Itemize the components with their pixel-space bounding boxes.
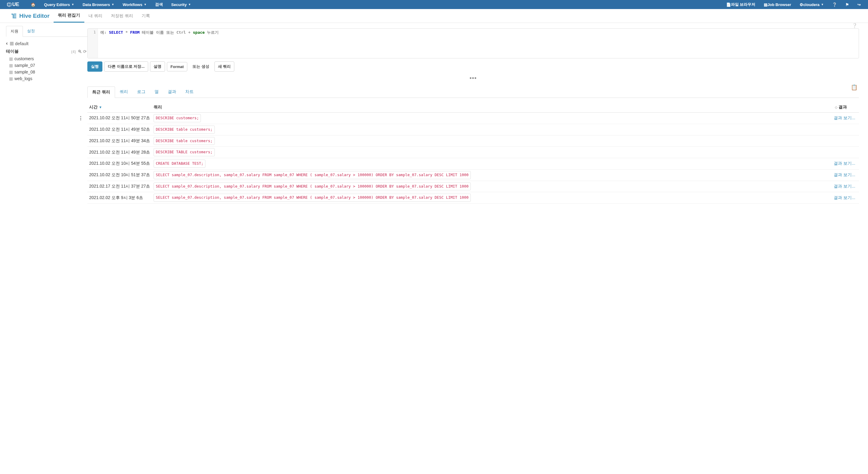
- cell-result: 결과 보기...: [832, 158, 859, 169]
- cell-query: CREATE DATABASE TEST;: [152, 158, 832, 169]
- cell-time: 2021.02.17 오전 11시 37분 27초: [87, 181, 152, 192]
- view-result-link[interactable]: 결과 보기...: [834, 161, 855, 166]
- expand-icon[interactable]: •••: [87, 72, 859, 87]
- view-result-link[interactable]: 결과 보기...: [834, 184, 855, 189]
- history-row[interactable]: 2021.02.17 오전 11시 37분 27초SELECT sample_0…: [87, 181, 859, 192]
- cell-result: [832, 147, 859, 158]
- sort-icon: ◇: [835, 105, 837, 109]
- nav-user-menu[interactable]: ⚙ cloudera▼: [796, 0, 828, 9]
- top-navbar: ⟮¦⟯UE 🏠 Query Editors▼ Data Browsers▼ Wo…: [0, 0, 868, 9]
- table-item[interactable]: ▦web_logs: [6, 75, 87, 82]
- database-selector[interactable]: ‹ ▦ default: [6, 39, 87, 48]
- tables-header: 테이블 (4) 🔍︎ ⟳: [6, 48, 87, 55]
- new-query-button[interactable]: 새 쿼리: [214, 61, 235, 72]
- file-icon: 📄: [726, 2, 731, 7]
- nav-search[interactable]: 검색: [151, 0, 167, 9]
- table-name: customers: [14, 56, 34, 61]
- tab-saved-queries[interactable]: 저장된 쿼리: [106, 9, 137, 23]
- save-as-button[interactable]: 다른 이름으로 저장...: [104, 61, 148, 72]
- history-row[interactable]: 2021.10.02 오전 11시 49분 34초DESCRIBE table …: [87, 135, 859, 147]
- cell-time: ⋮2021.10.02 오전 11시 50분 27초: [87, 113, 152, 124]
- run-button[interactable]: 실행: [87, 61, 102, 72]
- or-create-text: 또는 생성: [189, 62, 213, 71]
- chevron-down-icon: ▼: [821, 3, 824, 6]
- search-icon[interactable]: 🔍︎: [78, 49, 82, 54]
- chevron-down-icon: ▼: [71, 3, 74, 6]
- sidebar: 지원 설정 ‹ ▦ default 테이블 (4) 🔍︎ ⟳ ▦customer…: [0, 23, 87, 207]
- hive-icon: [10, 12, 18, 20]
- row-menu-icon[interactable]: ⋮: [78, 115, 83, 121]
- tab-query-editor[interactable]: 쿼리 편집기: [54, 9, 84, 23]
- history-row[interactable]: 2021.02.02 오후 9시 3분 6초SELECT sample_07.d…: [87, 192, 859, 203]
- nav-workflows[interactable]: Workflows▼: [118, 0, 151, 9]
- sidebar-tabs: 지원 설정: [6, 26, 87, 37]
- query-text: SELECT sample_07.description, sample_07.…: [154, 194, 471, 202]
- rtab-chart[interactable]: 차트: [181, 87, 198, 98]
- refresh-icon[interactable]: ⟳: [83, 49, 87, 54]
- svg-text:⟮¦⟯UE: ⟮¦⟯UE: [6, 1, 19, 7]
- history-row[interactable]: 2021.10.02 오전 11시 49분 28초DESCRIBE TABLE …: [87, 147, 859, 158]
- help-icon[interactable]: ❔: [828, 0, 841, 9]
- query-text: DESCRIBE table customers;: [154, 126, 214, 134]
- nav-data-browsers[interactable]: Data Browsers▼: [78, 0, 118, 9]
- table-name: sample_07: [14, 63, 35, 68]
- rtab-recent[interactable]: 최근 쿼리: [87, 87, 115, 98]
- cell-query: DESCRIBE table customers;: [152, 135, 832, 147]
- query-text: DESCRIBE customers;: [154, 114, 201, 122]
- home-icon[interactable]: 🏠: [27, 0, 40, 9]
- clear-history-icon[interactable]: 📋: [851, 84, 858, 91]
- view-result-link[interactable]: 결과 보기...: [834, 115, 855, 120]
- history-table: 시간▼ 쿼리 ◇ 결과 ⋮2021.10.02 오전 11시 50분 27초DE…: [87, 102, 859, 203]
- cell-query: DESCRIBE customers;: [152, 113, 832, 124]
- rtab-query[interactable]: 쿼리: [115, 87, 132, 98]
- table-item[interactable]: ▦sample_07: [6, 62, 87, 69]
- rtab-columns[interactable]: 열: [150, 87, 163, 98]
- chevron-down-icon: ▼: [188, 3, 191, 6]
- nav-job-browser[interactable]: ▤ Job Browser: [760, 0, 796, 9]
- col-result[interactable]: ◇ 결과: [832, 102, 859, 113]
- explain-button[interactable]: 설명: [150, 61, 165, 72]
- view-result-link[interactable]: 결과 보기...: [834, 195, 855, 200]
- table-item[interactable]: ▦customers: [6, 55, 87, 62]
- logout-icon[interactable]: ↪: [853, 0, 865, 9]
- col-time[interactable]: 시간▼: [87, 102, 152, 113]
- format-button[interactable]: Format: [167, 62, 187, 71]
- hue-logo[interactable]: ⟮¦⟯UE: [3, 0, 27, 9]
- tab-history[interactable]: 기록: [137, 9, 154, 23]
- tab-my-queries[interactable]: 내 쿼리: [84, 9, 106, 23]
- cell-query: DESCRIBE TABLE customers;: [152, 147, 832, 158]
- query-text: DESCRIBE TABLE customers;: [154, 148, 214, 156]
- history-row[interactable]: 2021.10.02 오전 11시 49분 52초DESCRIBE table …: [87, 124, 859, 135]
- cell-time: 2021.02.02 오후 9시 3분 6초: [87, 192, 152, 203]
- table-item[interactable]: ▦sample_08: [6, 69, 87, 75]
- nav-security[interactable]: Security▼: [167, 0, 195, 9]
- view-result-link[interactable]: 결과 보기...: [834, 172, 855, 177]
- sidetab-settings[interactable]: 설정: [23, 26, 39, 36]
- chevron-down-icon: ▼: [144, 3, 147, 6]
- help-icon[interactable]: ❔: [852, 23, 858, 28]
- cell-result: 결과 보기...: [832, 192, 859, 203]
- editor-brand: Hive Editor: [6, 9, 54, 23]
- button-row: 실행 다른 이름으로 저장... 설명 Format 또는 생성 새 쿼리: [87, 61, 859, 72]
- history-row[interactable]: 2021.10.02 오전 10시 51분 37초SELECT sample_0…: [87, 169, 859, 181]
- cell-query: SELECT sample_07.description, sample_07.…: [152, 192, 832, 203]
- sidetab-assist[interactable]: 지원: [6, 26, 23, 37]
- cell-time: 2021.10.02 오전 10시 54분 55초: [87, 158, 152, 169]
- history-row[interactable]: 2021.10.02 오전 10시 54분 55초CREATE DATABASE…: [87, 158, 859, 169]
- rtab-log[interactable]: 로그: [132, 87, 150, 98]
- chevron-left-icon[interactable]: ‹: [6, 40, 8, 46]
- nav-file-browser[interactable]: 📄 파일 브라우저: [722, 0, 760, 9]
- rtab-results[interactable]: 결과: [163, 87, 181, 98]
- query-text: SELECT sample_07.description, sample_07.…: [154, 183, 471, 191]
- cell-result: 결과 보기...: [832, 181, 859, 192]
- history-row[interactable]: ⋮2021.10.02 오전 11시 50분 27초DESCRIBE custo…: [87, 113, 859, 124]
- table-icon: ▦: [9, 63, 13, 68]
- list-icon: ▤: [764, 2, 767, 7]
- query-editor[interactable]: 1 예: SELECT * FROM 테이블 이름 또는 Ctrl + spac…: [87, 28, 859, 58]
- cell-query: SELECT sample_07.description, sample_07.…: [152, 181, 832, 192]
- cell-query: SELECT sample_07.description, sample_07.…: [152, 169, 832, 181]
- flag-icon[interactable]: ⚑: [841, 0, 853, 9]
- cell-query: DESCRIBE table customers;: [152, 124, 832, 135]
- col-query[interactable]: 쿼리: [152, 102, 832, 113]
- nav-query-editors[interactable]: Query Editors▼: [40, 0, 78, 9]
